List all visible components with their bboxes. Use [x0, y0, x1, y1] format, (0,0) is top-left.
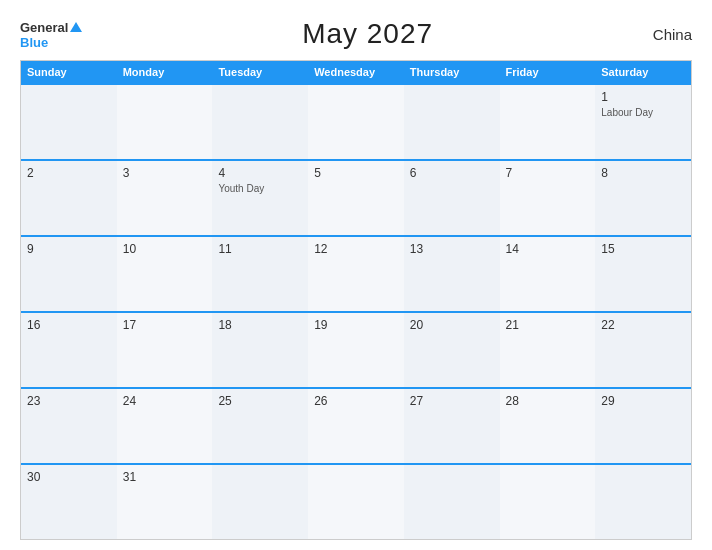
day-number: 20: [410, 318, 494, 332]
day-number: 14: [506, 242, 590, 256]
calendar-row-1: 234Youth Day5678: [21, 159, 691, 235]
calendar-cell: [212, 85, 308, 159]
calendar-row-3: 16171819202122: [21, 311, 691, 387]
header: General Blue May 2027 China: [20, 18, 692, 50]
calendar-cell: [212, 465, 308, 539]
day-number: 24: [123, 394, 207, 408]
calendar-cell: [404, 85, 500, 159]
day-number: 12: [314, 242, 398, 256]
calendar-cell: 28: [500, 389, 596, 463]
page: General Blue May 2027 China SundayMonday…: [0, 0, 712, 550]
day-number: 9: [27, 242, 111, 256]
calendar-cell: [117, 85, 213, 159]
calendar-cell: 14: [500, 237, 596, 311]
day-number: 22: [601, 318, 685, 332]
calendar-row-5: 3031: [21, 463, 691, 539]
holiday-label: Youth Day: [218, 182, 302, 195]
header-day-thursday: Thursday: [404, 61, 500, 83]
calendar-cell: 9: [21, 237, 117, 311]
calendar-cell: [500, 85, 596, 159]
calendar-cell: 22: [595, 313, 691, 387]
calendar-cell: 17: [117, 313, 213, 387]
day-number: 7: [506, 166, 590, 180]
day-number: 13: [410, 242, 494, 256]
day-number: 25: [218, 394, 302, 408]
calendar-cell: 24: [117, 389, 213, 463]
calendar-cell: [21, 85, 117, 159]
calendar-cell: 16: [21, 313, 117, 387]
calendar-row-0: 1Labour Day: [21, 83, 691, 159]
calendar-cell: 11: [212, 237, 308, 311]
header-day-saturday: Saturday: [595, 61, 691, 83]
calendar-cell: 12: [308, 237, 404, 311]
day-number: 21: [506, 318, 590, 332]
day-number: 2: [27, 166, 111, 180]
calendar-cell: 31: [117, 465, 213, 539]
header-day-monday: Monday: [117, 61, 213, 83]
header-day-sunday: Sunday: [21, 61, 117, 83]
day-number: 15: [601, 242, 685, 256]
calendar-cell: 23: [21, 389, 117, 463]
day-number: 16: [27, 318, 111, 332]
calendar: SundayMondayTuesdayWednesdayThursdayFrid…: [20, 60, 692, 540]
calendar-cell: 13: [404, 237, 500, 311]
day-number: 27: [410, 394, 494, 408]
day-number: 29: [601, 394, 685, 408]
header-day-wednesday: Wednesday: [308, 61, 404, 83]
holiday-label: Labour Day: [601, 106, 685, 119]
header-day-friday: Friday: [500, 61, 596, 83]
logo-triangle-icon: [70, 22, 82, 32]
day-number: 10: [123, 242, 207, 256]
calendar-cell: 29: [595, 389, 691, 463]
day-number: 18: [218, 318, 302, 332]
calendar-header: SundayMondayTuesdayWednesdayThursdayFrid…: [21, 61, 691, 83]
calendar-cell: 25: [212, 389, 308, 463]
calendar-body: 1Labour Day234Youth Day56789101112131415…: [21, 83, 691, 539]
calendar-cell: 3: [117, 161, 213, 235]
header-day-tuesday: Tuesday: [212, 61, 308, 83]
logo: General Blue: [20, 18, 82, 50]
day-number: 26: [314, 394, 398, 408]
day-number: 5: [314, 166, 398, 180]
day-number: 4: [218, 166, 302, 180]
calendar-cell: 4Youth Day: [212, 161, 308, 235]
calendar-cell: 15: [595, 237, 691, 311]
day-number: 31: [123, 470, 207, 484]
calendar-cell: 19: [308, 313, 404, 387]
calendar-cell: [308, 465, 404, 539]
calendar-cell: [308, 85, 404, 159]
calendar-cell: 8: [595, 161, 691, 235]
calendar-cell: 1Labour Day: [595, 85, 691, 159]
calendar-cell: 10: [117, 237, 213, 311]
calendar-cell: 20: [404, 313, 500, 387]
day-number: 30: [27, 470, 111, 484]
calendar-cell: 6: [404, 161, 500, 235]
country-label: China: [653, 26, 692, 43]
day-number: 8: [601, 166, 685, 180]
calendar-cell: 21: [500, 313, 596, 387]
day-number: 6: [410, 166, 494, 180]
calendar-cell: 2: [21, 161, 117, 235]
day-number: 3: [123, 166, 207, 180]
logo-general-text: General: [20, 18, 82, 36]
calendar-cell: 26: [308, 389, 404, 463]
calendar-row-4: 23242526272829: [21, 387, 691, 463]
day-number: 28: [506, 394, 590, 408]
calendar-cell: 27: [404, 389, 500, 463]
calendar-cell: [404, 465, 500, 539]
calendar-cell: 30: [21, 465, 117, 539]
day-number: 1: [601, 90, 685, 104]
calendar-cell: 18: [212, 313, 308, 387]
calendar-cell: [595, 465, 691, 539]
calendar-row-2: 9101112131415: [21, 235, 691, 311]
logo-blue-text: Blue: [20, 36, 82, 50]
day-number: 19: [314, 318, 398, 332]
day-number: 23: [27, 394, 111, 408]
calendar-cell: 5: [308, 161, 404, 235]
day-number: 11: [218, 242, 302, 256]
calendar-cell: [500, 465, 596, 539]
day-number: 17: [123, 318, 207, 332]
calendar-cell: 7: [500, 161, 596, 235]
calendar-title: May 2027: [302, 18, 433, 50]
